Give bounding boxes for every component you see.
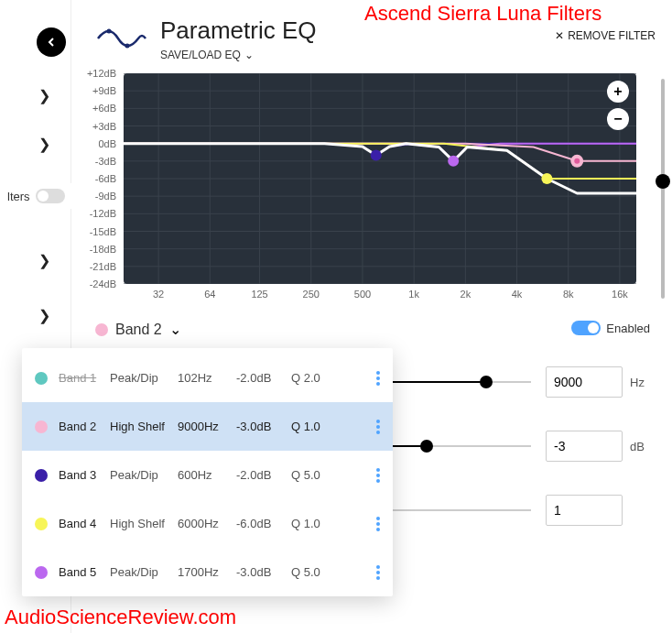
- x-tick-label: 125: [251, 289, 267, 300]
- band-name: Band 1: [59, 371, 110, 385]
- band-color-dot: [35, 372, 48, 385]
- band-freq: 9000Hz: [178, 420, 236, 433]
- y-tick-label: -24dB: [90, 278, 116, 289]
- kebab-menu-icon[interactable]: [376, 565, 380, 580]
- filters-toggle-row: lters: [0, 183, 72, 209]
- vertical-gain-slider[interactable]: [661, 79, 665, 299]
- back-button[interactable]: [37, 27, 66, 57]
- eq-chart-container: +12dB+9dB+6dB+3dB0dB-3dB-6dB-9dB-12dB-15…: [78, 73, 651, 307]
- band-dropdown-item[interactable]: Band 1Peak/Dip102Hz-2.0dBQ 2.0: [22, 354, 393, 402]
- band-selector[interactable]: Band 2 ⌄: [95, 321, 181, 338]
- band-color-dot: [95, 323, 108, 336]
- x-tick-label: 32: [153, 289, 164, 300]
- save-load-label: SAVE/LOAD EQ: [160, 49, 241, 61]
- filters-toggle[interactable]: [36, 189, 65, 203]
- band-name: Band 2: [59, 420, 110, 433]
- zoom-out-button[interactable]: −: [607, 108, 629, 130]
- y-tick-label: +9dB: [92, 85, 116, 96]
- x-tick-label: 1k: [408, 289, 419, 300]
- section-chevron-2[interactable]: ❯: [38, 136, 50, 153]
- band-type: Peak/Dip: [110, 371, 178, 385]
- gain-slider-knob[interactable]: [420, 440, 433, 453]
- band-dropdown: Band 1Peak/Dip102Hz-2.0dBQ 2.0Band 2High…: [22, 348, 393, 596]
- svg-point-26: [448, 156, 459, 167]
- band-name: Band 4: [59, 517, 110, 530]
- svg-point-0: [107, 29, 112, 34]
- x-tick-label: 2k: [461, 289, 471, 300]
- band-freq: 1700Hz: [178, 565, 236, 579]
- band-dropdown-item[interactable]: Band 2High Shelf9000Hz-3.0dBQ 1.0: [22, 402, 393, 451]
- remove-filter-label: REMOVE FILTER: [568, 29, 656, 42]
- chevron-down-icon: ⌄: [169, 321, 181, 338]
- band-name: Band 5: [59, 565, 110, 579]
- y-tick-label: +3dB: [92, 121, 116, 132]
- frequency-slider-knob[interactable]: [480, 376, 493, 388]
- kebab-menu-icon[interactable]: [376, 371, 380, 386]
- band-color-dot: [35, 469, 48, 482]
- vertical-slider-knob[interactable]: [656, 174, 670, 189]
- kebab-menu-icon[interactable]: [376, 420, 380, 434]
- band-enabled-toggle[interactable]: [571, 321, 601, 335]
- band-q: Q 5.0: [291, 565, 335, 579]
- band-dropdown-item[interactable]: Band 3Peak/Dip600Hz-2.0dBQ 5.0: [22, 451, 393, 499]
- param-row-frequency: Hz: [357, 366, 650, 398]
- gain-unit: dB: [630, 440, 650, 453]
- y-tick-label: -9dB: [95, 191, 116, 202]
- band-params: Hz dB: [357, 366, 650, 559]
- close-icon: ✕: [555, 29, 564, 42]
- param-row-gain: dB: [357, 431, 650, 462]
- kebab-menu-icon[interactable]: [376, 517, 380, 531]
- section-chevron-1[interactable]: ❯: [38, 87, 50, 104]
- y-tick-label: +6dB: [92, 103, 116, 114]
- filters-label: lters: [7, 190, 30, 203]
- q-input[interactable]: [546, 495, 623, 526]
- save-load-eq-button[interactable]: SAVE/LOAD EQ ⌄: [160, 49, 317, 61]
- x-tick-label: 500: [354, 289, 371, 300]
- x-tick-label: 64: [204, 289, 215, 300]
- frequency-input[interactable]: [546, 366, 623, 398]
- band-enabled-row: Enabled: [571, 321, 650, 335]
- chevron-down-icon: ⌄: [244, 49, 254, 61]
- band-color-dot: [35, 420, 48, 433]
- svg-point-1: [125, 44, 130, 49]
- band-freq: 6000Hz: [178, 517, 236, 530]
- y-tick-label: 0dB: [98, 138, 116, 149]
- x-tick-label: 16k: [612, 289, 628, 300]
- gain-input[interactable]: [546, 431, 623, 462]
- band-selector-label: Band 2: [115, 322, 162, 338]
- band-freq: 600Hz: [178, 468, 236, 482]
- band-gain: -2.0dB: [236, 371, 291, 385]
- section-chevron-4[interactable]: ❯: [38, 307, 50, 324]
- band-gain: -3.0dB: [236, 420, 291, 433]
- frequency-unit: Hz: [630, 376, 650, 389]
- y-tick-label: -21dB: [90, 261, 116, 272]
- band-freq: 102Hz: [178, 371, 236, 385]
- band-type: Peak/Dip: [110, 468, 178, 482]
- y-tick-label: -12dB: [90, 208, 116, 219]
- band-q: Q 5.0: [291, 468, 335, 482]
- y-tick-label: -15dB: [90, 226, 116, 237]
- band-type: High Shelf: [110, 517, 178, 530]
- eq-chart[interactable]: + −: [124, 73, 636, 284]
- zoom-in-button[interactable]: +: [607, 81, 629, 103]
- svg-point-25: [371, 149, 382, 160]
- kebab-menu-icon[interactable]: [376, 468, 380, 483]
- band-gain: -6.0dB: [236, 517, 291, 530]
- band-gain: -3.0dB: [236, 565, 291, 579]
- remove-filter-button[interactable]: ✕ REMOVE FILTER: [555, 29, 656, 42]
- band-q: Q 1.0: [291, 517, 335, 530]
- chart-y-labels: +12dB+9dB+6dB+3dB0dB-3dB-6dB-9dB-12dB-15…: [78, 73, 122, 284]
- band-dropdown-item[interactable]: Band 5Peak/Dip1700Hz-3.0dBQ 5.0: [22, 548, 393, 596]
- y-tick-label: +12dB: [87, 68, 116, 79]
- band-type: High Shelf: [110, 420, 178, 433]
- enabled-label: Enabled: [606, 322, 650, 335]
- band-dropdown-item[interactable]: Band 4High Shelf6000Hz-6.0dBQ 1.0: [22, 499, 393, 548]
- x-tick-label: 8k: [563, 289, 574, 300]
- param-row-q: [357, 495, 650, 526]
- x-tick-label: 250: [303, 289, 320, 300]
- x-tick-label: 4k: [512, 289, 523, 300]
- svg-point-27: [541, 173, 552, 184]
- page-title: Parametric EQ: [160, 16, 317, 45]
- section-chevron-3[interactable]: ❯: [38, 252, 50, 269]
- band-name: Band 3: [59, 468, 110, 482]
